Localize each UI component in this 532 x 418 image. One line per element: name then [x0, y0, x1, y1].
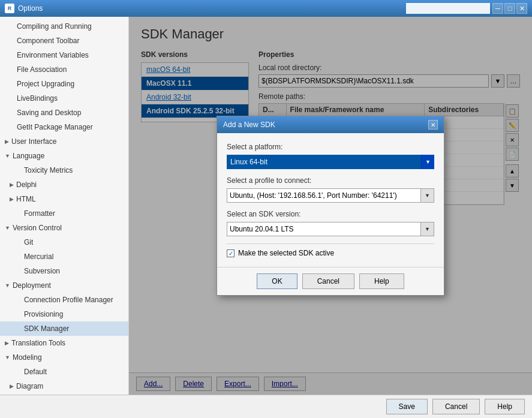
platform-label: Select a platform:: [227, 143, 434, 151]
sidebar-item-project-upgrading[interactable]: Project Upgrading: [0, 77, 128, 91]
sidebar-item-subversion[interactable]: Subversion: [0, 264, 128, 278]
modal-overlay: Add a New SDK ✕ Select a platform: Linux…: [129, 17, 532, 395]
title-bar-left: R Options: [5, 4, 43, 13]
chevron-right-icon: ▶: [10, 179, 14, 190]
sidebar-item-component-toolbar[interactable]: Component Toolbar: [0, 34, 128, 48]
sidebar-item-default[interactable]: Default: [0, 365, 128, 379]
chevron-down-icon: ▼: [5, 352, 10, 363]
version-label: Select an SDK version:: [227, 210, 434, 218]
version-select[interactable]: Ubuntu 20.04.1 LTS ▼: [227, 222, 434, 236]
sidebar-group-delphi[interactable]: ▶ Delphi: [0, 178, 128, 192]
sidebar-group-deployment[interactable]: ▼ Deployment: [0, 278, 128, 293]
modal-footer: OK Cancel Help: [217, 267, 444, 295]
checkbox-label: Make the selected SDK active: [238, 249, 334, 257]
sidebar-group-translation[interactable]: ▶ Translation Tools: [0, 336, 128, 350]
chevron-right-icon: ▶: [10, 194, 14, 205]
chevron-right-icon: ▶: [5, 136, 9, 147]
platform-dropdown-arrow: ▼: [421, 155, 434, 169]
sidebar-group-language[interactable]: ▼ Language: [0, 149, 128, 163]
app-logo: R: [5, 4, 14, 13]
modal-cancel-button[interactable]: Cancel: [302, 273, 354, 289]
sidebar-item-formatter[interactable]: Formatter: [0, 206, 128, 221]
profile-select[interactable]: Ubuntu, (Host: '192.168.56.1', Port Numb…: [227, 188, 434, 203]
version-dropdown-arrow: ▼: [420, 222, 434, 236]
sidebar-item-compiling[interactable]: Compiling and Running: [0, 19, 128, 34]
version-select-wrapper: Ubuntu 20.04.1 LTS ▼: [227, 222, 434, 236]
sidebar-item-provisioning[interactable]: Provisioning: [0, 307, 128, 321]
profile-dropdown-arrow: ▼: [420, 189, 434, 202]
sidebar-item-file-assoc[interactable]: File Association: [0, 62, 128, 77]
window-title: Options: [18, 4, 43, 13]
main-container: Compiling and Running Component Toolbar …: [0, 17, 532, 418]
sidebar-group-label: User Interface: [11, 136, 56, 147]
profile-label: Select a profile to connect:: [227, 176, 434, 185]
checkbox-row: ✓ Make the selected SDK active: [227, 243, 434, 257]
sidebar-group-label: Version Control: [13, 222, 62, 233]
chevron-right-icon: ▶: [5, 338, 9, 348]
chevron-down-icon: ▼: [5, 151, 10, 161]
sidebar-item-env-vars[interactable]: Environment Variables: [0, 48, 128, 62]
modal-close-button[interactable]: ✕: [428, 120, 438, 130]
sidebar-group-label: Modeling: [13, 352, 42, 363]
sidebar-item-git[interactable]: Git: [0, 235, 128, 249]
modal-title: Add a New SDK: [223, 121, 275, 129]
sidebar-group-html[interactable]: ▶ HTML: [0, 192, 128, 206]
sidebar-group-label: Language: [13, 151, 44, 161]
sidebar-group-modeling[interactable]: ▼ Modeling: [0, 350, 128, 365]
window-controls: ─ □ ✕: [492, 3, 527, 14]
chevron-down-icon: ▼: [5, 280, 10, 291]
sidebar-group-user-interface[interactable]: ▶ User Interface: [0, 134, 128, 149]
profile-value: Ubuntu, (Host: '192.168.56.1', Port Numb…: [230, 191, 397, 200]
footer: Save Cancel Help: [0, 395, 532, 418]
version-value: Ubuntu 20.04.1 LTS: [230, 225, 294, 233]
platform-select[interactable]: Linux 64-bit ▼: [227, 155, 434, 169]
close-button[interactable]: ✕: [516, 3, 527, 14]
sidebar-group-label: Diagram: [16, 381, 43, 392]
sidebar-item-getit[interactable]: GetIt Package Manager: [0, 120, 128, 134]
maximize-button[interactable]: □: [504, 3, 515, 14]
chevron-down-icon: ▼: [5, 222, 10, 233]
profile-select-wrapper: Ubuntu, (Host: '192.168.56.1', Port Numb…: [227, 188, 434, 203]
sidebar-item-connection-profile[interactable]: Connection Profile Manager: [0, 293, 128, 307]
sidebar-group-diagram[interactable]: ▶ Diagram: [0, 379, 128, 393]
cancel-button[interactable]: Cancel: [432, 399, 480, 414]
sidebar-item-saving-desktop[interactable]: Saving and Desktop: [0, 106, 128, 120]
add-new-sdk-modal: Add a New SDK ✕ Select a platform: Linux…: [217, 116, 444, 296]
sidebar: Compiling and Running Component Toolbar …: [0, 17, 129, 395]
sidebar-item-sdk-manager[interactable]: SDK Manager: [0, 321, 128, 336]
sidebar-group-label: Delphi: [16, 179, 37, 190]
sidebar-item-toxicity[interactable]: Toxicity Metrics: [0, 163, 128, 178]
title-bar-search[interactable]: [406, 3, 490, 14]
modal-body: Select a platform: Linux 64-bit ▼ Select…: [217, 133, 444, 267]
minimize-button[interactable]: ─: [492, 3, 503, 14]
platform-select-wrapper: Linux 64-bit ▼: [227, 155, 434, 169]
chevron-right-icon: ▶: [10, 381, 14, 392]
save-button[interactable]: Save: [386, 399, 428, 414]
platform-value: Linux 64-bit: [230, 158, 267, 166]
sidebar-group-version-control[interactable]: ▼ Version Control: [0, 221, 128, 235]
help-button[interactable]: Help: [485, 399, 525, 414]
modal-help-button[interactable]: Help: [359, 273, 404, 289]
modal-title-bar: Add a New SDK ✕: [217, 116, 444, 133]
content-area: Compiling and Running Component Toolbar …: [0, 17, 532, 395]
sidebar-item-mercurial[interactable]: Mercurial: [0, 249, 128, 264]
sidebar-group-label: HTML: [16, 194, 36, 205]
title-bar: R Options ─ □ ✕: [0, 0, 532, 17]
sidebar-group-label: Translation Tools: [11, 338, 65, 348]
active-sdk-checkbox[interactable]: ✓: [227, 249, 235, 257]
sidebar-group-label: Deployment: [13, 280, 51, 291]
modal-ok-button[interactable]: OK: [257, 273, 297, 289]
sidebar-item-livebindings[interactable]: LiveBindings: [0, 91, 128, 106]
